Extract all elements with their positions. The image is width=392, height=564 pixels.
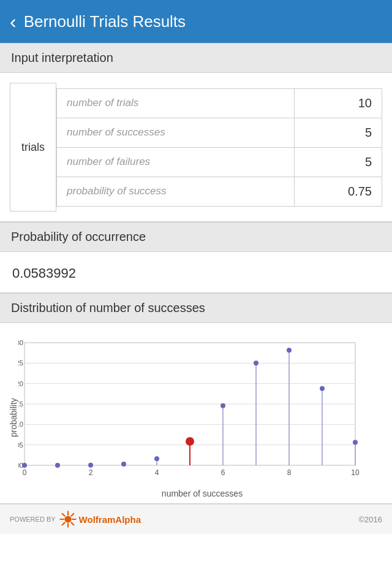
svg-line-48 [62,514,64,516]
svg-point-38 [287,348,292,352]
svg-point-28 [121,462,126,467]
svg-line-49 [71,522,74,525]
back-button[interactable]: ‹ [10,10,17,33]
table-row: probability of success 0.75 [57,177,382,206]
row-label: number of failures [57,147,295,177]
svg-text:10: 10 [351,468,360,477]
x-axis-label: number of successes [18,489,386,498]
svg-point-30 [154,456,159,461]
table-row: number of successes 5 [57,118,382,147]
svg-point-34 [221,403,225,408]
row-value: 5 [295,147,382,177]
distribution-section-header: Distribution of number of successes [0,293,392,323]
powered-by-text: POWERED BY [10,516,56,523]
distribution-section: probability 0.000.050.100.150.200.250.30… [0,323,392,503]
row-label: number of successes [57,118,295,147]
row-value: 10 [295,88,382,118]
input-section-header: Input interpretation [0,43,392,73]
row-label: probability of success [57,177,295,206]
footer-left: POWERED BY WolframAlpha [10,511,141,528]
y-axis-label: probability [6,337,18,498]
table-row: number of failures 5 [57,147,382,177]
svg-text:6: 6 [221,468,225,477]
svg-point-22 [22,463,27,468]
row-value: 5 [295,118,382,147]
probability-section-header: Probability of occurrence [0,222,392,252]
svg-point-43 [64,516,71,522]
svg-text:2: 2 [89,468,93,477]
svg-point-26 [88,463,93,468]
svg-point-40 [320,386,325,391]
svg-text:0.05: 0.05 [18,441,23,449]
table-row: number of trials 10 [57,88,382,118]
wolfram-sun-icon [59,511,77,528]
wolfram-name: WolframAlpha [79,514,141,525]
row-value: 0.75 [295,177,382,206]
svg-text:8: 8 [287,468,292,477]
probability-section: 0.0583992 [0,252,392,292]
wolfram-logo: WolframAlpha [59,511,141,528]
svg-line-51 [62,522,64,525]
distribution-chart: 0.000.050.100.150.200.250.300246810 [18,337,368,484]
svg-point-36 [254,360,258,365]
footer: POWERED BY WolframAlpha ©2016 [0,504,392,534]
svg-text:0.10: 0.10 [18,421,23,428]
copyright: ©2016 [359,515,383,524]
svg-text:0.15: 0.15 [18,400,23,408]
svg-point-42 [353,440,358,444]
svg-text:0.25: 0.25 [18,359,23,367]
svg-point-32 [186,437,194,446]
interpretation-table: number of trials 10 number of successes … [56,88,382,207]
app-header: ‹ Bernoulli Trials Results [0,0,392,43]
probability-value: 0.0583992 [12,265,380,281]
row-label: number of trials [57,88,295,118]
input-interpretation-content: trials number of trials 10 number of suc… [0,73,392,221]
svg-text:0.20: 0.20 [18,380,23,387]
trials-label: trials [10,83,56,212]
svg-text:0: 0 [23,468,27,477]
svg-point-24 [55,463,60,468]
page-title: Bernoulli Trials Results [24,12,186,31]
svg-text:0.30: 0.30 [18,339,23,346]
svg-line-50 [71,514,74,516]
svg-text:4: 4 [155,468,159,477]
